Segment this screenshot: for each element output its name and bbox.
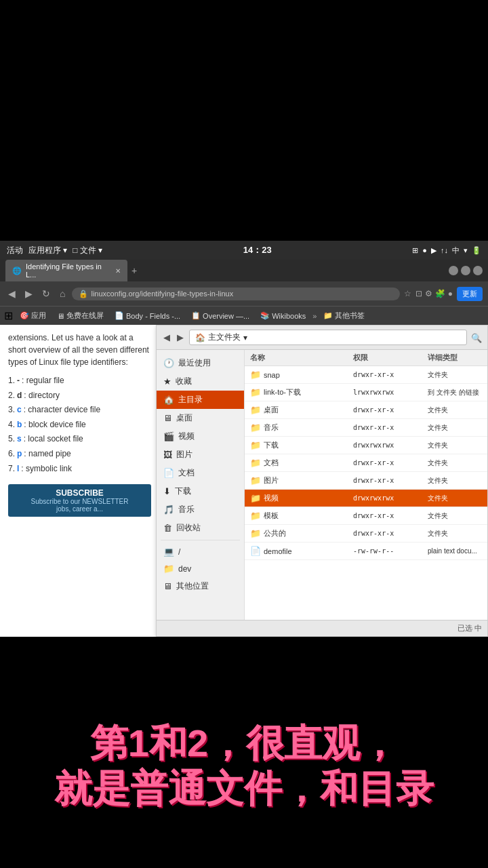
subscribe-box[interactable]: SUBSCRIBE Subscribe to our NEWSLETTER jo… (8, 484, 151, 517)
fm-breadcrumb[interactable]: 🏠 主文件夹 ▾ (189, 330, 467, 345)
address-actions: ⊡ ⚙ 🧩 ● (415, 289, 453, 298)
apps-menu[interactable]: 应用程序 ▾ (28, 245, 67, 256)
sidebar-item-music[interactable]: 🎵 音乐 (157, 500, 244, 519)
sidebar-item-recent[interactable]: 🕐 最近使用 (157, 354, 244, 372)
fm-search[interactable]: 🔍 (471, 332, 482, 344)
bookmark-other[interactable]: 📁 其他书签 (319, 309, 369, 322)
subtitle-line1: 第1和2，很直观， (54, 720, 434, 766)
bookmark-star-icon[interactable]: ☆ (404, 289, 411, 298)
col-type-header: 详细类型 (428, 353, 482, 363)
subscribe-title: SUBSCRIBE (14, 488, 146, 498)
bookmark-screen[interactable]: 🖥 免费在线屏 (53, 309, 108, 322)
file-row-public[interactable]: 📁 公共的 drwxr-xr-x 文件夹 (245, 525, 487, 542)
fm-body: 🕐 最近使用 ★ 收藏 🏠 主目录 🖥 桌面 🎬 视频 (157, 350, 487, 620)
url-bar[interactable]: 🔒 linuxconfig.org/identifying-file-types… (72, 288, 399, 300)
bookmarks-more-icon[interactable]: » (312, 312, 317, 320)
file-perm: drwxr-xr-x (353, 459, 428, 467)
forward-button[interactable]: ▶ (22, 287, 35, 300)
sidebar-item-root[interactable]: 💻 / (157, 543, 244, 560)
profile-icon[interactable]: ● (448, 289, 453, 298)
sidebar-item-video[interactable]: 🎬 视频 (157, 427, 244, 446)
trash-icon: 🗑 (163, 523, 172, 533)
file-type: 到 文件夹 的链接 (428, 388, 482, 397)
window-controls (449, 266, 483, 275)
sidebar-item-trash[interactable]: 🗑 回收站 (157, 519, 244, 537)
bookmark-folder-icon: 📁 (323, 311, 333, 320)
home-icon: 🏠 (195, 333, 205, 342)
sidebar-label-other: 其他位置 (176, 580, 209, 592)
address-bar: ◀ ▶ ↻ ⌂ 🔒 linuxconfig.org/identifying-fi… (0, 281, 488, 306)
bookmark-apps[interactable]: 🎯 应用 (16, 309, 50, 322)
file-row-documents[interactable]: 📁 文档 drwxr-xr-x 文件夹 (245, 454, 487, 472)
maximize-button[interactable] (461, 266, 470, 275)
sidebar-label-dev: dev (178, 564, 191, 574)
bookmark-wikibooks[interactable]: 📚 Wikibooks (256, 310, 310, 321)
system-bar: 活动 应用程序 ▾ □ 文件 ▾ 14：23 ⊞ ● ▶ ↑↓ 中 ▾ 🔋 (0, 241, 488, 260)
breadcrumb-label: 主文件夹 (208, 332, 241, 343)
files-menu[interactable]: □ 文件 ▾ (73, 245, 102, 256)
bookmark-label: 应用 (31, 311, 46, 321)
file-row-downloads[interactable]: 📁 下载 drwxrwxrwx 文件夹 (245, 437, 487, 454)
bookmark-favicon: 🎯 (20, 311, 29, 320)
file-row-link[interactable]: 📁 link-to-下载 lrwxrwxrwx 到 文件夹 的链接 (245, 384, 487, 401)
file-row-desktop[interactable]: 📁 桌面 drwxr-xr-x 文件夹 (245, 401, 487, 419)
minimize-button[interactable] (449, 266, 458, 275)
search-icon[interactable]: 🔍 (471, 333, 482, 343)
file-row-templates[interactable]: 📁 模板 drwxr-xr-x 文件夹 (245, 507, 487, 525)
home-button[interactable]: ⌂ (57, 287, 68, 300)
file-row-video[interactable]: 📁 视频 drwxrwxrwx 文件夹 (245, 490, 487, 507)
list-item: 5. s : local socket file (8, 432, 151, 447)
file-row-snap[interactable]: 📁 snap drwxr-xr-x 文件夹 (245, 366, 487, 384)
list-item: 1. - : regular file (8, 374, 151, 389)
file-row-pictures[interactable]: 📁 图片 drwxr-xr-x 文件夹 (245, 472, 487, 490)
folder-icon: 📁 (250, 493, 264, 503)
activities-label[interactable]: 活动 (7, 245, 23, 256)
file-type: 文件夹 (428, 511, 482, 521)
sidebar-item-downloads[interactable]: ⬇ 下载 (157, 482, 244, 500)
tab-close-button[interactable]: ✕ (115, 267, 121, 275)
sidebar-item-pictures[interactable]: 🖼 图片 (157, 446, 244, 464)
puzzle-icon[interactable]: 🧩 (435, 289, 445, 298)
bookmark-other-label: 其他书签 (335, 311, 365, 321)
sidebar-label-documents: 文档 (178, 467, 195, 479)
pictures-icon: 🖼 (163, 450, 172, 460)
folder-icon: 📁 (250, 422, 264, 433)
sidebar-label-desktop: 桌面 (176, 412, 192, 424)
fm-forward-button[interactable]: ▶ (176, 331, 185, 344)
file-row-demofile[interactable]: 📄 demofile -rw-rw-r-- plain text docu... (245, 542, 487, 560)
bookmark-overview[interactable]: 📋 Overview —... (187, 310, 253, 321)
update-button[interactable]: 更新 (457, 287, 483, 301)
settings-icon[interactable]: ⚙ (425, 289, 432, 298)
sidebar-item-favorites[interactable]: ★ 收藏 (157, 372, 244, 391)
bookmark-wiki-label: Wikibooks (272, 312, 306, 320)
sys-wifi: ▾ (464, 246, 468, 255)
documents-icon: 📄 (163, 468, 174, 478)
back-button[interactable]: ◀ (5, 287, 18, 300)
apps-bookmark[interactable]: ⊞ (4, 309, 13, 322)
sidebar-item-home[interactable]: 🏠 主目录 (157, 391, 244, 409)
sidebar-item-dev[interactable]: 📁 dev (157, 560, 244, 577)
other-icon: 🖥 (163, 581, 172, 591)
file-name: demofile (264, 547, 353, 555)
file-name: 公共的 (264, 528, 353, 538)
tab-label: Identifying File types in L... (26, 262, 111, 279)
bookmark-body[interactable]: 📄 Body - Fields -... (110, 310, 184, 321)
file-row-music[interactable]: 📁 音乐 drwxr-xr-x 文件夹 (245, 419, 487, 437)
new-tab-button[interactable]: + (131, 265, 137, 276)
active-tab[interactable]: 🌐 Identifying File types in L... ✕ (5, 260, 127, 281)
reload-button[interactable]: ↻ (39, 287, 53, 300)
folder-icon: 📁 (250, 370, 264, 380)
close-button[interactable] (473, 266, 483, 275)
sidebar-item-desktop[interactable]: 🖥 桌面 (157, 409, 244, 427)
file-name: snap (264, 371, 353, 379)
sidebar-item-other[interactable]: 🖥 其他位置 (157, 577, 244, 595)
subscribe-body: Subscribe to our NEWSLETTER (14, 498, 146, 505)
bookmark-overview-label: Overview —... (203, 312, 249, 320)
extensions-icon[interactable]: ⊡ (415, 289, 422, 298)
folder-icon: 📁 (250, 405, 264, 415)
fm-back-button[interactable]: ◀ (162, 331, 171, 344)
file-manager: ◀ ▶ 🏠 主文件夹 ▾ 🔍 🕐 最近使用 ★ 收藏 (156, 325, 488, 637)
browser-titlebar: 🌐 Identifying File types in L... ✕ + (0, 260, 488, 281)
sidebar-item-documents[interactable]: 📄 文档 (157, 464, 244, 482)
browser-window: 🌐 Identifying File types in L... ✕ + ◀ ▶… (0, 260, 488, 325)
